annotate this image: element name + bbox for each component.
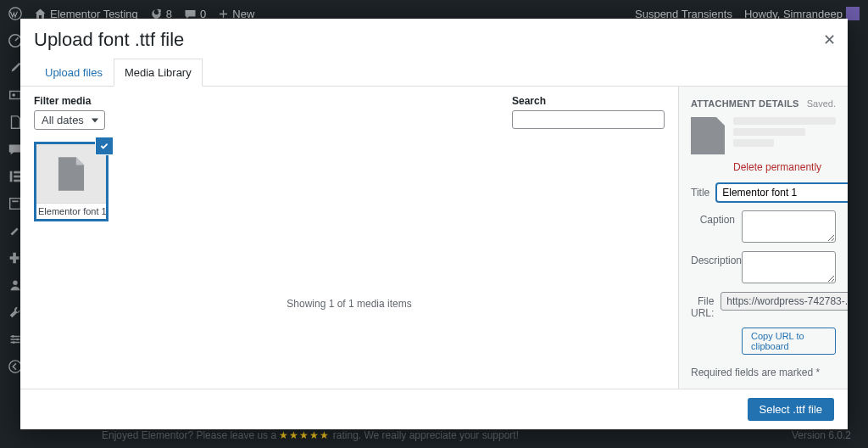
media-modal: ✕ Upload font .ttf file Upload files Med… (20, 19, 848, 429)
description-field[interactable] (742, 251, 836, 283)
svg-point-12 (16, 339, 19, 341)
caption-field[interactable] (742, 210, 836, 243)
file-url-field[interactable] (721, 292, 848, 311)
tab-upload-files[interactable]: Upload files (34, 59, 114, 87)
title-field-label: Title (691, 183, 709, 199)
star-rating-icon[interactable]: ★★★★★ (279, 429, 330, 441)
description-field-label: Description (691, 251, 735, 266)
svg-rect-9 (12, 200, 18, 202)
attachment-item[interactable]: Elementor font 1 (34, 142, 108, 221)
media-grid-panel: Filter media All dates Search (20, 87, 678, 389)
svg-point-11 (12, 335, 14, 338)
svg-point-10 (13, 281, 17, 285)
modal-footer: Select .ttf file (20, 389, 848, 429)
delete-permanently-link[interactable]: Delete permanently (733, 161, 821, 173)
svg-rect-4 (10, 171, 13, 182)
filter-media-label: Filter media (34, 95, 105, 107)
svg-point-13 (13, 341, 15, 344)
saved-indicator: Saved. (807, 98, 836, 109)
tab-media-library[interactable]: Media Library (114, 59, 203, 87)
required-fields-note: Required fields are marked * (691, 367, 836, 378)
date-filter-select[interactable]: All dates (34, 110, 105, 130)
file-url-label: File URL: (691, 292, 714, 319)
attachment-filename: Elementor font 1 (36, 203, 106, 219)
date-filter-value: All dates (42, 114, 84, 126)
detail-file-info (733, 117, 836, 154)
copy-url-button[interactable]: Copy URL to clipboard (742, 328, 836, 355)
search-input[interactable] (512, 110, 665, 129)
wp-version: Version 6.0.2 (792, 429, 851, 441)
caption-field-label: Caption (691, 210, 735, 226)
chevron-down-icon (92, 118, 98, 122)
modal-tabs: Upload files Media Library (20, 58, 848, 87)
detail-file-icon (691, 117, 725, 154)
footer-text-post: rating. We really appreciate your suppor… (333, 429, 519, 441)
media-status-text: Showing 1 of 1 media items (34, 298, 665, 310)
footer-text-pre: Enjoyed Elementor? Please leave us a (102, 429, 279, 441)
wp-footer: Enjoyed Elementor? Please leave us a ★★★… (102, 429, 851, 441)
svg-point-3 (12, 93, 15, 97)
select-file-button[interactable]: Select .ttf file (748, 398, 834, 421)
attachment-details-sidebar: ATTACHMENT DETAILS Saved. Delete permane… (678, 87, 848, 389)
close-icon[interactable]: ✕ (823, 31, 836, 49)
search-label: Search (512, 95, 665, 107)
modal-title: Upload font .ttf file (20, 19, 848, 51)
avatar (846, 7, 860, 20)
selected-check-icon[interactable] (96, 137, 113, 154)
title-field[interactable] (716, 183, 848, 202)
svg-rect-8 (10, 199, 21, 210)
sidebar-title: ATTACHMENT DETAILS (691, 98, 799, 109)
